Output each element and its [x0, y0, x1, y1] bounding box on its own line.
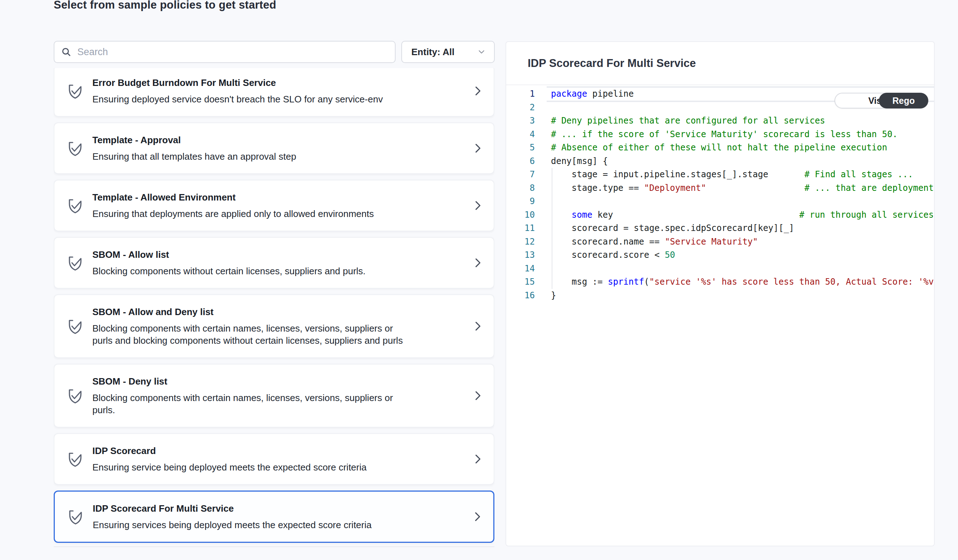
shield-check-icon: [68, 508, 83, 525]
entity-filter-dropdown[interactable]: Entity: All: [401, 41, 495, 63]
code-line: 15 msg := sprintf("service '%s' has scor…: [506, 275, 934, 289]
detail-title: IDP Scorecard For Multi Service: [528, 57, 696, 70]
policy-title: Error Budget Burndown For Multi Service: [92, 77, 462, 89]
chevron-right-icon: [471, 453, 484, 465]
chevron-right-icon: [471, 257, 484, 269]
policy-title: SBOM - Deny list: [92, 375, 462, 387]
search-input[interactable]: [77, 46, 389, 58]
policy-description: Blocking components with certain names, …: [92, 392, 408, 416]
entity-filter-label: Entity: All: [411, 46, 454, 58]
policy-title: Template - Approval: [92, 134, 462, 146]
search-box[interactable]: [54, 41, 396, 63]
code-lines: 1package pipeline23# Deny pipelines that…: [506, 85, 934, 302]
code-line: 7 stage = input.pipeline.stages[_].stage…: [506, 168, 934, 182]
policy-title: IDP Scorecard: [92, 445, 462, 457]
code-editor[interactable]: Visual Rego 1package pipeline23# Deny pi…: [506, 85, 934, 545]
code-line: 14: [506, 262, 934, 276]
policy-description: Ensuring that all templates have an appr…: [92, 151, 408, 163]
policy-card[interactable]: SBOM - Deny list Blocking components wit…: [54, 364, 494, 428]
code-line: 3# Deny pipelines that are configured fo…: [506, 114, 934, 128]
policy-title: Template - Allowed Environment: [92, 191, 462, 203]
chevron-right-icon: [471, 200, 484, 212]
code-line: 5# Absence of either of these will not h…: [506, 141, 934, 155]
policy-description: Blocking components with certain names, …: [92, 322, 408, 347]
policy-card[interactable]: IDP Scorecard For Multi Service Ensuring…: [54, 490, 494, 543]
shield-check-icon: [67, 317, 83, 335]
policy-title: IDP Scorecard For Multi Service: [93, 502, 462, 514]
chevron-down-icon: [477, 47, 486, 57]
policy-title: SBOM - Allow list: [92, 249, 462, 261]
code-line: 6deny[msg] {: [506, 155, 934, 168]
shield-check-icon: [67, 451, 83, 468]
search-icon: [61, 46, 71, 57]
policy-description: Blocking components without certain lice…: [92, 265, 408, 277]
code-line: 11 scorecard = stage.spec.idpScorecard[k…: [506, 222, 934, 235]
policy-card[interactable]: Template - Approval Ensuring that all te…: [54, 122, 494, 174]
shield-check-icon: [67, 387, 83, 404]
code-line: 10 some key # run through all services: [506, 208, 934, 222]
code-line: 4# ... if the score of 'Service Maturity…: [506, 128, 934, 141]
shield-check-icon: [67, 254, 83, 271]
policy-detail-panel: IDP Scorecard For Multi Service Visual R…: [506, 41, 935, 546]
shield-check-icon: [67, 197, 83, 214]
chevron-right-icon: [471, 85, 484, 97]
chevron-right-icon: [471, 320, 484, 332]
page-title: Select from sample policies to get start…: [54, 0, 276, 11]
chevron-right-icon: [471, 142, 484, 154]
policy-card[interactable]: SBOM - Allow and Deny list Blocking comp…: [54, 294, 494, 358]
code-line: 16}: [506, 289, 934, 303]
policy-description: Ensuring deployed service doesn't breach…: [92, 93, 408, 105]
policy-description: Ensuring that deployments are applied on…: [92, 208, 408, 220]
shield-check-icon: [67, 140, 83, 157]
view-mode-toggle: Visual Rego: [834, 93, 928, 108]
policy-description: Ensuring service being deployed meets th…: [92, 461, 408, 473]
code-line: 12 scorecard.name == "Service Maturity": [506, 235, 934, 249]
list-bottom-divider: [54, 546, 494, 547]
policy-card[interactable]: Template - Allowed Environment Ensuring …: [54, 180, 494, 231]
policy-title: SBOM - Allow and Deny list: [92, 306, 462, 318]
code-line: 13 scorecard.score < 50: [506, 249, 934, 262]
shield-check-icon: [67, 82, 83, 100]
detail-header: IDP Scorecard For Multi Service: [506, 42, 934, 85]
policy-description: Ensuring services being deployed meets t…: [93, 519, 408, 531]
policy-card[interactable]: SBOM - Allow list Blocking components wi…: [54, 237, 494, 289]
policy-list: Error Budget Burndown For Multi Service …: [54, 68, 494, 546]
code-line: 8 stage.type == "Deployment" # ... that …: [506, 182, 934, 195]
chevron-right-icon: [471, 511, 483, 523]
chevron-right-icon: [471, 390, 484, 402]
policy-card[interactable]: IDP Scorecard Ensuring service being dep…: [54, 433, 494, 485]
code-line: 9: [506, 195, 934, 208]
toggle-rego-button[interactable]: Rego: [879, 93, 928, 108]
policy-card[interactable]: Error Budget Burndown For Multi Service …: [54, 68, 494, 117]
